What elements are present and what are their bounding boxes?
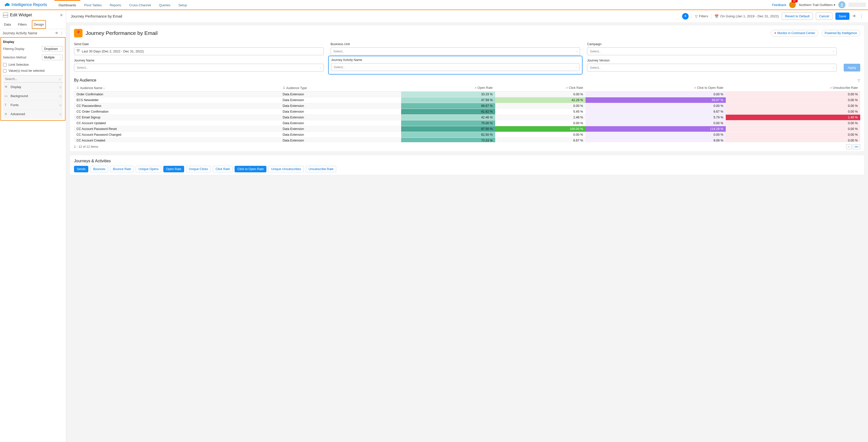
nav-tab-pivot-tables[interactable]: Pivot Tables [80, 0, 106, 9]
more-icon[interactable]: ⋮ [60, 31, 63, 35]
table-row[interactable]: Order ConfirmationData Extension33.33 %0… [74, 91, 860, 97]
chevron-icon: ◇ [59, 94, 61, 98]
filtering-display-dropdown[interactable]: Dropdown [42, 46, 63, 52]
values-required-label: Value(s) must be selected [8, 69, 45, 72]
table-row[interactable]: CC Account Password ResetData Extension8… [74, 126, 860, 132]
accordion-advanced[interactable]: ✈Advanced◇ [3, 109, 63, 119]
brand-label: Intelligence Reports [11, 2, 47, 7]
business-unit-select[interactable]: Select.. [331, 48, 580, 55]
table-row[interactable]: CC Email SignupData Extension42.46 %2.46… [74, 115, 860, 120]
pill-unique-clicks[interactable]: Unique Clicks [186, 166, 211, 172]
table-row[interactable]: CC Account Password ChangedData Extensio… [74, 132, 860, 137]
advanced-icon: ✈ [4, 112, 8, 116]
pill-unsubscribe-rate[interactable]: Unsubscribe Rate [306, 166, 336, 172]
table-row[interactable]: CC Account UpdatedData Extension75.00 %0… [74, 120, 860, 126]
preview-icon[interactable]: 👁 [852, 14, 857, 19]
top-nav: Intelligence Reports DashboardsPivot Tab… [0, 0, 868, 10]
close-icon[interactable]: ✕ [60, 13, 63, 18]
pin-icon: 📍 [74, 29, 83, 37]
pill-sends[interactable]: Sends [74, 166, 88, 172]
user-placeholder [848, 2, 866, 7]
apply-button[interactable]: Apply [844, 64, 860, 71]
panel-tab-data[interactable]: Data [2, 20, 13, 29]
pill-unique-opens[interactable]: Unique Opens [136, 166, 161, 172]
visibility-icon[interactable]: 👁 [55, 31, 58, 35]
cancel-button[interactable]: Cancel [816, 12, 832, 20]
dimension-name: Journey Activity Name [2, 31, 37, 35]
user-avatar[interactable] [838, 1, 845, 8]
nav-tab-reports[interactable]: Reports [105, 0, 125, 9]
journey-activity-label: Journey Activity Name [331, 58, 580, 62]
date-range[interactable]: 📅On Going (Jan 1, 2019 - Dec 31, 2022) [714, 14, 779, 18]
selection-method-dropdown[interactable]: Multiple [42, 55, 63, 60]
page-title: Journey Performance by Email [71, 14, 122, 18]
brand: Intelligence Reports [2, 2, 50, 7]
limit-selection-label: Limit Selection [8, 63, 29, 66]
journey-version-label: Journey Version [587, 59, 837, 62]
panel-tab-design[interactable]: Design [32, 20, 46, 29]
campaign-label: Campaign [587, 42, 837, 46]
values-required-checkbox[interactable] [3, 69, 6, 72]
audience-table: ☰ Audience Name ↓☰ Audience Type# Open R… [74, 85, 860, 142]
journey-activity-select[interactable]: Select.. [331, 63, 580, 71]
pill-click-rate[interactable]: Click Rate [213, 166, 232, 172]
svg-point-0 [841, 3, 842, 5]
pager-info: 1 - 12 of 12 items [74, 145, 98, 149]
table-filter-icon[interactable]: ▽ [858, 78, 860, 82]
filters-button[interactable]: ▽Filters [695, 14, 708, 18]
pill-bounce-rate[interactable]: Bounce Rate [110, 166, 134, 172]
pill-open-rate[interactable]: Open Rate [163, 166, 184, 172]
pager-collapse[interactable]: ⇥⇤ [853, 144, 860, 149]
panel-tab-filters[interactable]: Filters [16, 20, 29, 29]
journey-name-select[interactable]: Select.. [74, 64, 323, 71]
col-audience-type[interactable]: ☰ Audience Type [280, 85, 401, 91]
accordion-display[interactable]: 👁Display◇ [3, 83, 63, 92]
chevron-icon: ◇ [59, 103, 61, 107]
save-button[interactable]: Save [835, 12, 849, 20]
monitor-chip[interactable]: ✦Monitor in Command Center [771, 30, 818, 36]
col-click-to-open-rate[interactable]: # Click to Open Rate [586, 85, 726, 91]
campaign-select[interactable]: Select.. [587, 48, 837, 55]
nav-tab-queries[interactable]: Queries [155, 0, 175, 9]
chevron-icon: ◇ [59, 113, 61, 116]
calendar-icon: 📅 [714, 14, 719, 18]
col-click-rate[interactable]: # Click Rate [495, 85, 586, 91]
pill-bounces[interactable]: Bounces [90, 166, 108, 172]
send-date-field[interactable]: Last 30 Days (Dec 2, 2022 - Dec 31, 2022… [74, 48, 323, 55]
powered-chip[interactable]: Powered By Intelligence [822, 30, 860, 36]
nav-tab-setup[interactable]: Setup [174, 0, 191, 9]
table-row[interactable]: ECS NewsletterData Extension47.59 %42.29… [74, 97, 860, 103]
col-audience-name[interactable]: ☰ Audience Name ↓ [74, 85, 280, 91]
top-right: Feedback 99+ Northern Trail Outfitters ▾ [772, 1, 866, 8]
astro-avatar[interactable]: 99+ [789, 1, 796, 8]
fonts-icon: T [4, 103, 8, 107]
table-row[interactable]: CC Order ConfirmationData Extension81.82… [74, 108, 860, 115]
menu-icon[interactable]: ⋮ [860, 14, 864, 19]
nav-tab-dashboards[interactable]: Dashboards [55, 0, 80, 9]
display-section-label: Display [3, 39, 63, 45]
accordion-background[interactable]: ▭Background◇ [3, 92, 63, 101]
search-input[interactable] [5, 77, 59, 81]
journey-version-select[interactable]: Select.. [587, 64, 837, 71]
pill-unique-unsubscribes[interactable]: Unique Unsubscribes [269, 166, 304, 172]
chevron-icon: ◇ [59, 85, 61, 89]
pill-click-to-open-rate[interactable]: Click to Open Rate [235, 166, 267, 172]
add-button[interactable]: + [682, 13, 689, 20]
edit-widget-panel: ▭▭ Edit Widget ✕ DataFiltersDesign Journ… [0, 10, 66, 442]
funnel-icon: ▽ [695, 14, 698, 18]
col-unsubscribe-rate[interactable]: # Unsubscribe Rate [726, 85, 860, 91]
revert-button[interactable]: Revert to Default [782, 12, 813, 20]
accordion-fonts[interactable]: TFonts◇ [3, 101, 63, 109]
col-open-rate[interactable]: # Open Rate [401, 85, 495, 91]
pager-expand[interactable]: ↔ [846, 144, 852, 149]
send-date-label: Send Date [74, 42, 323, 46]
limit-selection-checkbox[interactable] [3, 63, 6, 66]
nav-tab-cross-channel[interactable]: Cross-Channel [125, 0, 155, 9]
by-audience-title: By Audience [74, 78, 858, 83]
table-row[interactable]: CC Account CreatedData Extension73.33 %6… [74, 137, 860, 142]
table-row[interactable]: CC PasswordlessData Extension66.67 %0.00… [74, 103, 860, 108]
org-name[interactable]: Northern Trail Outfitters ▾ [799, 3, 835, 7]
widget-icon: ▭▭ [3, 12, 8, 18]
panel-tabs: DataFiltersDesign [0, 20, 66, 29]
feedback-link[interactable]: Feedback [772, 3, 786, 7]
